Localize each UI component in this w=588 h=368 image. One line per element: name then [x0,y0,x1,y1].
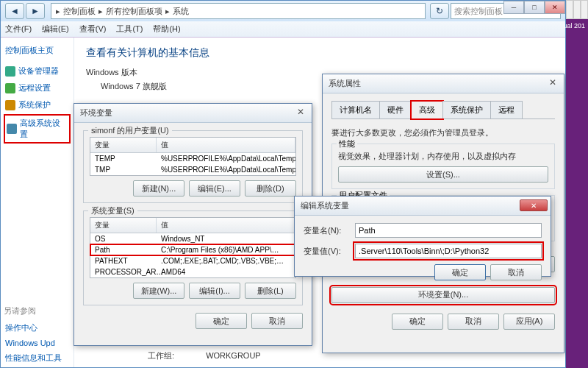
refresh-button[interactable]: ↻ [430,3,449,19]
dialog-body: simonf 的用户变量(U) 变量 值 TEMP%USERPROFILE%\A… [74,123,312,336]
settings-button[interactable]: 设置(S)... [338,166,548,183]
dialog-title-text: 编辑系统变量 [301,200,349,211]
close-button[interactable]: ✕ [545,1,565,14]
env-vars-button[interactable]: 环境变量(N)... [331,287,555,303]
menu-file[interactable]: 文件(F) [5,24,32,35]
menu-tools[interactable]: 工具(T) [116,24,143,35]
minimize-button[interactable]: ─ [503,1,524,14]
ok-button[interactable]: 确定 [392,314,443,330]
workgroup-value: WORKGROUP [206,351,261,360]
maximize-button[interactable] [573,0,581,19]
table-row[interactable]: TMP%USERPROFILE%\AppData\Local\Temp [90,164,295,175]
performance-text: 视觉效果，处理器计划，内存使用，以及虚拟内存 [338,150,548,163]
value-row: 变量值(V): [304,244,542,258]
menu-help[interactable]: 帮助(H) [153,24,180,35]
sidebar-item-protection[interactable]: 系统保护 [4,97,71,113]
table-row[interactable]: PATHEXT.COM;.EXE;.BAT;.CMD;.VBS;.VBE;… [90,255,295,266]
tab-remote[interactable]: 远程 [490,101,523,118]
sidebar-item-advanced[interactable]: 高级系统设置 [4,114,71,144]
close-button[interactable] [581,0,588,19]
visual-studio-window [566,0,588,368]
ok-button[interactable]: 确定 [196,313,247,329]
edit-button[interactable]: 编辑(I)... [189,283,240,299]
tabstrip: 计算机名 硬件 高级 系统保护 远程 [331,101,555,119]
breadcrumb-item[interactable]: 系统 [173,6,189,17]
table-row[interactable]: TEMP%USERPROFILE%\AppData\Local\Temp [90,153,295,164]
sys-vars-fieldset: 系统变量(S) 变量 值 OSWindows_NT PathC:\Program… [83,210,303,305]
link-windows-update[interactable]: Windows Upd [4,337,71,349]
shield-icon [5,100,15,110]
dialog-title: 环境变量 ✕ [74,104,312,123]
col-variable[interactable]: 变量 [90,218,157,233]
window-controls: ─ □ ✕ [503,1,565,14]
breadcrumb[interactable]: ▸控制面板 ▸所有控制面板项 ▸系统 [51,3,426,19]
apply-button[interactable]: 应用(A) [503,314,555,330]
delete-button[interactable]: 删除(L) [245,283,296,299]
back-button[interactable]: ◄ [5,3,24,19]
menu-edit[interactable]: 编辑(E) [42,24,69,35]
remote-icon [5,83,15,93]
col-value[interactable]: 值 [157,218,295,233]
cancel-button[interactable]: 取消 [251,313,303,329]
name-row: 变量名(N): [304,223,542,238]
maximize-button[interactable]: □ [524,1,545,14]
col-variable[interactable]: 变量 [90,138,157,152]
admin-text: 要进行大多数更改，您必须作为管理员登录。 [331,127,555,139]
sidebar-item-label: 高级系统设置 [20,118,68,140]
performance-label: 性能 [337,138,357,149]
sidebar: 控制面板主页 设备管理器 远程设置 系统保护 高级系统设置 另请参阅 操作中心 … [1,38,74,367]
vs-window-controls [566,0,588,19]
dialog-title-text: 系统属性 [329,78,361,89]
device-icon [5,66,15,77]
new-button[interactable]: 新建(N)... [133,180,184,197]
sidebar-heading[interactable]: 控制面板主页 [4,43,71,57]
table-header: 变量 值 [90,138,295,153]
col-value[interactable]: 值 [157,138,295,152]
edit-button[interactable]: 编辑(E)... [189,180,240,197]
sidebar-footer-heading: 另请参阅 [4,305,71,316]
delete-button[interactable]: 删除(D) [245,180,296,197]
name-input[interactable] [355,223,542,238]
table-row-path[interactable]: PathC:\Program Files (x86)\AMD APP\… [90,244,295,255]
tab-hardware[interactable]: 硬件 [379,101,412,118]
value-label: 变量值(V): [304,246,355,257]
menubar: 文件(F) 编辑(E) 查看(V) 工具(T) 帮助(H) [1,21,565,38]
link-performance[interactable]: 性能信息和工具 [4,351,71,365]
workgroup-label: 工作组: [148,351,174,360]
new-button[interactable]: 新建(W)... [133,283,184,299]
minimize-button[interactable] [566,0,573,19]
table-row[interactable]: OSWindows_NT [90,233,295,244]
sys-vars-table[interactable]: 变量 值 OSWindows_NT PathC:\Program Files (… [90,217,296,278]
tab-computer-name[interactable]: 计算机名 [331,101,380,118]
vs-title-fragment: ual 201 [563,22,585,29]
sidebar-footer: 另请参阅 操作中心 Windows Upd 性能信息和工具 [4,305,71,365]
edit-variable-dialog: 编辑系统变量 ✕ 变量名(N): 变量值(V): 确定 取消 [294,196,551,277]
cancel-button[interactable]: 取消 [490,264,542,280]
breadcrumb-item[interactable]: 所有控制面板项 [106,6,162,17]
titlebar: ◄ ► ▸控制面板 ▸所有控制面板项 ▸系统 ↻ 搜索控制面板 [1,1,565,21]
forward-button[interactable]: ► [26,3,45,19]
link-action-center[interactable]: 操作中心 [4,321,71,335]
table-row[interactable]: PROCESSOR_AR…AMD64 [90,266,295,277]
value-input[interactable] [355,244,542,258]
cancel-button[interactable]: 取消 [448,314,499,330]
close-button[interactable]: ✕ [520,199,548,211]
user-vars-fieldset: simonf 的用户变量(U) 变量 值 TEMP%USERPROFILE%\A… [83,130,303,203]
user-vars-table[interactable]: 变量 值 TEMP%USERPROFILE%\AppData\Local\Tem… [90,137,296,176]
ok-button[interactable]: 确定 [434,264,486,280]
sidebar-item-label: 远程设置 [18,82,51,93]
page-title: 查看有关计算机的基本信息 [86,46,553,60]
sidebar-item-remote[interactable]: 远程设置 [4,80,71,96]
breadcrumb-item[interactable]: 控制面板 [63,6,96,17]
close-button[interactable]: ✕ [294,106,307,118]
tab-protection[interactable]: 系统保护 [442,101,491,118]
close-button[interactable]: ✕ [546,77,559,88]
menu-view[interactable]: 查看(V) [79,24,107,35]
name-label: 变量名(N): [304,225,355,236]
performance-section: 性能 视觉效果，处理器计划，内存使用，以及虚拟内存 设置(S)... [331,144,555,190]
sidebar-item-label: 设备管理器 [18,66,59,77]
env-vars-dialog: 环境变量 ✕ simonf 的用户变量(U) 变量 值 TEMP%USERPRO… [74,103,312,346]
sidebar-item-device-manager[interactable]: 设备管理器 [4,63,71,79]
dialog-title-text: 环境变量 [80,107,112,118]
tab-advanced[interactable]: 高级 [411,101,443,119]
